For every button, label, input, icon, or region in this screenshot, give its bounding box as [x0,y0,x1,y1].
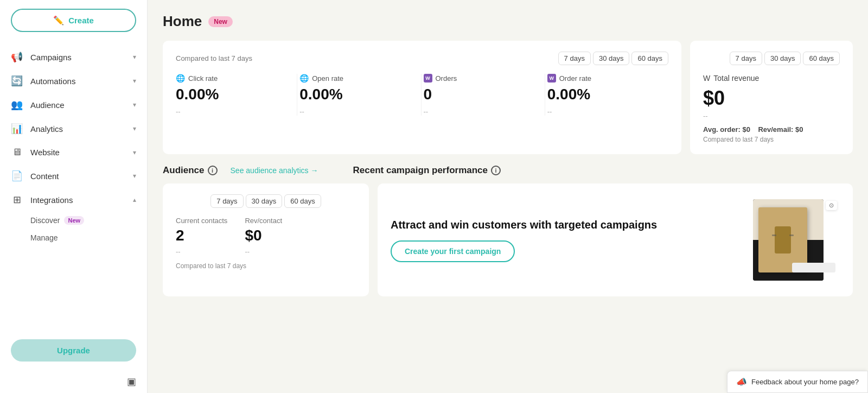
sidebar: ✏️ Create 📢 Campaigns ▾ 🔄 Automations ▾ … [0,0,148,393]
metric-open-rate: 🌐 Open rate 0.00% -- [297,74,421,116]
chevron-down-icon: ▾ [133,53,136,61]
current-contacts-metric: Current contacts 2 -- [176,217,227,256]
revenue-label: W Total revenue [703,74,840,83]
revenue-details: Avg. order: $0 Rev/email: $0 [703,125,840,134]
audience-period-tab-60[interactable]: 60 days [284,194,321,208]
sidebar-item-content-label: Content [30,172,125,181]
revenue-period-tab-60[interactable]: 60 days [803,52,840,65]
woo-icon: W [424,74,432,83]
audience-period-tabs: 7 days 30 days 60 days [176,194,356,208]
sidebar-toggle-icon[interactable]: ▣ [127,376,136,388]
svg-rect-1 [772,234,776,236]
audience-compared-text: Compared to last 7 days [176,262,356,270]
rev-contact-label: Rev/contact [245,217,282,225]
sidebar-item-integrations-label: Integrations [30,195,125,205]
campaign-image: ⊙ [720,196,840,283]
discover-label: Discover [30,216,60,225]
discover-badge: New [64,216,84,225]
audience-card: 7 days 30 days 60 days Current contacts … [163,183,369,296]
create-button-label: Create [68,16,94,25]
revenue-period-tab-30[interactable]: 30 days [764,52,801,65]
compared-text: Compared to last 7 days [176,54,252,62]
orders-sub: -- [424,107,536,116]
bar-overlay [792,263,835,272]
sidebar-item-analytics-label: Analytics [30,124,125,134]
globe-icon: 🌐 [176,74,185,83]
woo-icon: W [703,74,710,83]
open-rate-value: 0.00% [299,86,412,103]
arrow-right-icon: → [311,166,318,175]
automations-icon: 🔄 [11,75,23,87]
avg-order-label: Avg. order: [703,125,741,134]
create-button[interactable]: ✏️ Create [11,9,136,32]
revenue-card: 7 days 30 days 60 days W Total revenue $… [690,41,853,154]
rev-email-label: Rev/email: [758,125,793,134]
sidebar-item-analytics[interactable]: 📊 Analytics ▾ [0,117,147,141]
revenue-period-tab-7[interactable]: 7 days [730,52,762,65]
current-contacts-sub: -- [176,248,227,256]
page-new-badge: New [208,16,233,27]
feedback-icon: 📣 [736,377,747,387]
upgrade-button[interactable]: Upgrade [11,339,136,362]
sidebar-item-audience-label: Audience [30,100,125,110]
sidebar-item-discover[interactable]: Discover New [0,212,147,229]
rev-email-value: $0 [795,125,803,134]
chevron-down-icon: ▾ [133,101,136,109]
metrics-card-header: Compared to last 7 days 7 days 30 days 6… [176,52,668,65]
sidebar-item-content[interactable]: 📄 Content ▾ [0,164,147,188]
metric-click-rate: 🌐 Click rate 0.00% -- [176,74,297,116]
orders-value: 0 [424,86,536,103]
sidebar-item-campaigns[interactable]: 📢 Campaigns ▾ [0,45,147,69]
click-rate-value: 0.00% [176,86,288,103]
section-header: Audience i See audience analytics → Rece… [163,165,853,176]
chevron-down-icon: ▾ [133,172,136,180]
audience-period-tab-7[interactable]: 7 days [210,194,243,208]
campaign-info-icon[interactable]: i [491,166,501,175]
svg-rect-2 [789,234,794,236]
content-icon: 📄 [11,170,23,182]
orders-label: W Orders [424,74,536,83]
metrics-card: Compared to last 7 days 7 days 30 days 6… [163,41,681,154]
chevron-down-icon: ▾ [133,149,136,156]
metrics-grid: 🌐 Click rate 0.00% -- 🌐 Open rate 0.00% … [176,74,668,116]
order-rate-sub: -- [547,107,660,116]
create-campaign-button[interactable]: Create your first campaign [391,240,515,262]
audience-period-tab-30[interactable]: 30 days [246,194,283,208]
see-analytics-link[interactable]: See audience analytics → [231,166,318,175]
sidebar-item-manage[interactable]: Manage [0,229,147,246]
metric-orders: W Orders 0 -- [422,74,545,116]
campaign-promo-card: Attract and win customers with targeted … [378,183,853,296]
sidebar-item-audience[interactable]: 👥 Audience ▾ [0,93,147,117]
sidebar-nav: 📢 Campaigns ▾ 🔄 Automations ▾ 👥 Audience… [0,41,147,331]
feedback-bar[interactable]: 📣 Feedback about your home page? [727,371,868,393]
current-contacts-label: Current contacts [176,217,227,225]
bottom-row: 7 days 30 days 60 days Current contacts … [163,183,853,296]
audience-icon: 👥 [11,99,23,111]
sidebar-item-website-label: Website [30,148,125,157]
sidebar-item-website[interactable]: 🖥 Website ▾ [0,141,147,164]
period-tab-30[interactable]: 30 days [593,52,630,65]
period-tab-7[interactable]: 7 days [558,52,591,65]
svg-rect-0 [775,226,791,253]
click-rate-sub: -- [176,107,288,116]
woo-icon: W [547,74,556,83]
period-tab-60[interactable]: 60 days [631,52,668,65]
chevron-down-icon: ▾ [133,125,136,132]
pencil-icon: ✏️ [53,15,64,26]
product-svg [769,224,796,256]
campaign-heading: Attract and win customers with targeted … [391,218,710,232]
campaign-section-title: Recent campaign performance i [353,165,501,176]
click-rate-label: 🌐 Click rate [176,74,288,83]
analytics-icon: 📊 [11,123,23,135]
audience-info-icon[interactable]: i [208,166,218,175]
order-rate-label: W Order rate [547,74,660,83]
social-overlay: ⊙ [826,201,837,210]
website-icon: 🖥 [11,147,23,158]
campaign-text: Attract and win customers with targeted … [391,218,710,262]
chevron-up-icon: ▴ [133,196,136,204]
open-rate-label: 🌐 Open rate [299,74,412,83]
sidebar-item-integrations[interactable]: ⊞ Integrations ▴ [0,188,147,212]
period-tabs: 7 days 30 days 60 days [558,52,668,65]
revenue-sub: -- [703,112,840,120]
sidebar-item-automations[interactable]: 🔄 Automations ▾ [0,69,147,93]
